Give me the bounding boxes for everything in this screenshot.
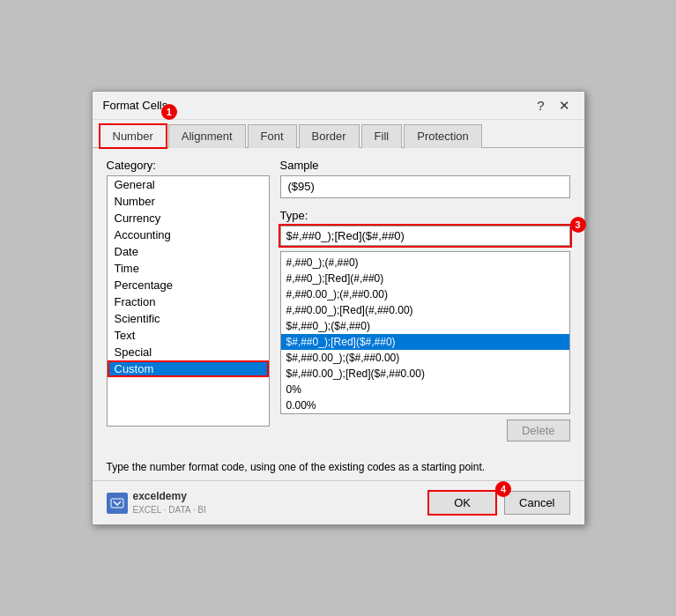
tab-content: Category: GeneralNumberCurrencyAccountin… bbox=[93, 148, 584, 452]
format-list-item[interactable]: 0.00% bbox=[281, 397, 569, 413]
svg-rect-0 bbox=[111, 499, 123, 508]
sample-box: Sample ($95) bbox=[280, 159, 570, 198]
category-list-container: GeneralNumberCurrencyAccountingDateTimeP… bbox=[107, 175, 270, 427]
title-bar-controls: ? ✕ bbox=[533, 99, 573, 112]
sample-value: ($95) bbox=[280, 175, 570, 198]
badge-4: 4 bbox=[495, 481, 511, 497]
format-list: #,##0#,##0.00#,##0_);(#,##0)#,##0_);[Red… bbox=[281, 252, 569, 413]
tab-number[interactable]: Number bbox=[100, 124, 167, 148]
number-tab-wrapper: Number 1 bbox=[100, 123, 168, 147]
tabs-row: Number 1 Alignment Font Border Fill Prot… bbox=[93, 120, 584, 148]
sample-label: Sample bbox=[280, 159, 570, 172]
category-item[interactable]: Currency bbox=[108, 210, 269, 226]
tab-protection[interactable]: Protection bbox=[404, 124, 482, 148]
type-label: Type: bbox=[280, 209, 570, 222]
close-button[interactable]: ✕ bbox=[555, 99, 574, 112]
category-label: Category: bbox=[107, 159, 270, 172]
badge-1: 1 bbox=[161, 104, 177, 120]
format-list-item[interactable]: $#,##0.00_);[Red]($#,##0.00) bbox=[281, 366, 569, 382]
delete-row: Delete bbox=[280, 419, 570, 442]
format-list-item[interactable]: 0% bbox=[281, 382, 569, 397]
category-section: Category: GeneralNumberCurrencyAccountin… bbox=[107, 159, 270, 442]
cancel-button[interactable]: Cancel bbox=[504, 491, 569, 515]
category-item[interactable]: Scientific bbox=[108, 310, 269, 327]
tab-font[interactable]: Font bbox=[248, 124, 297, 148]
dialog-title: Format Cells bbox=[103, 99, 168, 112]
category-item[interactable]: Number bbox=[108, 193, 269, 210]
format-list-item[interactable]: $#,##0.00_);($#,##0.00) bbox=[281, 350, 569, 366]
tab-border[interactable]: Border bbox=[299, 124, 360, 148]
tab-alignment[interactable]: Alignment bbox=[168, 124, 246, 148]
category-item[interactable]: Accounting bbox=[108, 226, 269, 243]
ok-button[interactable]: OK bbox=[427, 490, 497, 516]
tab-fill[interactable]: Fill bbox=[361, 124, 403, 148]
footer: exceldemy EXCEL · DATA · BI OK 4 Cancel bbox=[93, 480, 584, 524]
footer-buttons: OK 4 Cancel bbox=[427, 490, 569, 516]
category-item[interactable]: Percentage bbox=[108, 277, 269, 293]
type-input[interactable] bbox=[280, 226, 570, 246]
help-button[interactable]: ? bbox=[533, 99, 547, 112]
format-list-item[interactable]: #,##0.00_);(#,##0.00) bbox=[281, 286, 569, 302]
category-item[interactable]: Special bbox=[108, 344, 269, 360]
format-list-item[interactable]: #,##0.00_);[Red](#,##0.00) bbox=[281, 302, 569, 318]
badge-3: 3 bbox=[570, 217, 586, 233]
format-list-item[interactable]: #,##0_);[Red](#,##0) bbox=[281, 271, 569, 286]
ok-button-wrapper: OK 4 bbox=[427, 490, 497, 516]
category-item[interactable]: Custom2 bbox=[108, 360, 269, 377]
format-cells-dialog: Format Cells ? ✕ Number 1 Alignment Font… bbox=[92, 91, 585, 525]
delete-button[interactable]: Delete bbox=[507, 419, 570, 442]
body-layout: Category: GeneralNumberCurrencyAccountin… bbox=[107, 159, 570, 442]
category-item[interactable]: Date bbox=[108, 243, 269, 260]
right-section: Sample ($95) Type: 3 #,##0#,##0.00#,##0_… bbox=[280, 159, 570, 442]
footer-brand: exceldemy EXCEL · DATA · BI bbox=[107, 490, 206, 516]
format-list-item[interactable]: $#,##0_);[Red]($#,##0) bbox=[281, 334, 569, 350]
brand-text: exceldemy EXCEL · DATA · BI bbox=[133, 490, 206, 516]
format-list-container: #,##0#,##0.00#,##0_);(#,##0)#,##0_);[Red… bbox=[280, 251, 570, 414]
category-item[interactable]: General bbox=[108, 176, 269, 193]
category-list: GeneralNumberCurrencyAccountingDateTimeP… bbox=[108, 176, 269, 426]
type-input-wrapper: 3 bbox=[280, 226, 570, 246]
hint-text: Type the number format code, using one o… bbox=[93, 461, 584, 473]
category-item[interactable]: Text bbox=[108, 327, 269, 344]
category-item[interactable]: Fraction bbox=[108, 293, 269, 310]
format-list-item[interactable]: #,##0_);(#,##0) bbox=[281, 255, 569, 271]
category-item[interactable]: Time bbox=[108, 260, 269, 277]
format-list-item[interactable]: $#,##0_);($#,##0) bbox=[281, 318, 569, 334]
brand-icon bbox=[107, 493, 128, 514]
